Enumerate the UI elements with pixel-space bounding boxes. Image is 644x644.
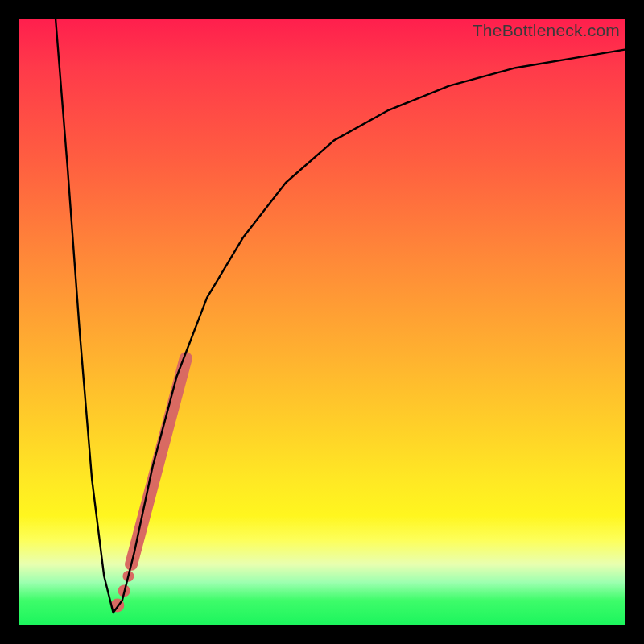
plot-area: TheBottleneck.com [19, 19, 625, 625]
curve-layer [19, 19, 625, 625]
highlight-segment [131, 358, 186, 564]
chart-frame: TheBottleneck.com [0, 0, 644, 644]
bottleneck-curve [56, 19, 625, 613]
highlight-dots [110, 571, 134, 613]
